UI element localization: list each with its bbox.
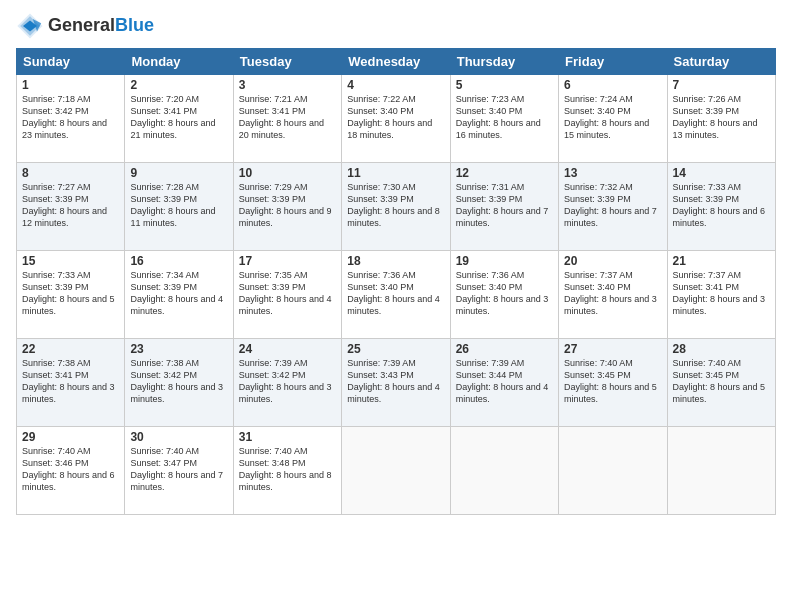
header: GeneralBlue [16, 12, 776, 40]
cell-details: Sunrise: 7:39 AMSunset: 3:44 PMDaylight:… [456, 357, 553, 406]
day-number: 23 [130, 342, 227, 356]
cell-details: Sunrise: 7:33 AMSunset: 3:39 PMDaylight:… [22, 269, 119, 318]
day-number: 25 [347, 342, 444, 356]
cell-details: Sunrise: 7:33 AMSunset: 3:39 PMDaylight:… [673, 181, 770, 230]
day-number: 7 [673, 78, 770, 92]
calendar-week-row: 15 Sunrise: 7:33 AMSunset: 3:39 PMDaylig… [17, 251, 776, 339]
calendar-cell [450, 427, 558, 515]
calendar-cell: 17 Sunrise: 7:35 AMSunset: 3:39 PMDaylig… [233, 251, 341, 339]
cell-details: Sunrise: 7:27 AMSunset: 3:39 PMDaylight:… [22, 181, 119, 230]
calendar-cell: 16 Sunrise: 7:34 AMSunset: 3:39 PMDaylig… [125, 251, 233, 339]
calendar-week-row: 8 Sunrise: 7:27 AMSunset: 3:39 PMDayligh… [17, 163, 776, 251]
calendar-cell: 13 Sunrise: 7:32 AMSunset: 3:39 PMDaylig… [559, 163, 667, 251]
weekday-header: Sunday [17, 49, 125, 75]
day-number: 9 [130, 166, 227, 180]
calendar-cell: 15 Sunrise: 7:33 AMSunset: 3:39 PMDaylig… [17, 251, 125, 339]
weekday-header: Monday [125, 49, 233, 75]
day-number: 10 [239, 166, 336, 180]
calendar-cell: 28 Sunrise: 7:40 AMSunset: 3:45 PMDaylig… [667, 339, 775, 427]
day-number: 24 [239, 342, 336, 356]
calendar-week-row: 1 Sunrise: 7:18 AMSunset: 3:42 PMDayligh… [17, 75, 776, 163]
weekday-header: Wednesday [342, 49, 450, 75]
calendar-cell: 1 Sunrise: 7:18 AMSunset: 3:42 PMDayligh… [17, 75, 125, 163]
calendar-cell: 25 Sunrise: 7:39 AMSunset: 3:43 PMDaylig… [342, 339, 450, 427]
logo: GeneralBlue [16, 12, 154, 40]
cell-details: Sunrise: 7:38 AMSunset: 3:41 PMDaylight:… [22, 357, 119, 406]
day-number: 29 [22, 430, 119, 444]
cell-details: Sunrise: 7:36 AMSunset: 3:40 PMDaylight:… [347, 269, 444, 318]
cell-details: Sunrise: 7:34 AMSunset: 3:39 PMDaylight:… [130, 269, 227, 318]
day-number: 6 [564, 78, 661, 92]
calendar-cell: 7 Sunrise: 7:26 AMSunset: 3:39 PMDayligh… [667, 75, 775, 163]
weekday-header: Tuesday [233, 49, 341, 75]
cell-details: Sunrise: 7:23 AMSunset: 3:40 PMDaylight:… [456, 93, 553, 142]
day-number: 11 [347, 166, 444, 180]
day-number: 14 [673, 166, 770, 180]
day-number: 19 [456, 254, 553, 268]
day-number: 3 [239, 78, 336, 92]
day-number: 26 [456, 342, 553, 356]
calendar-cell: 18 Sunrise: 7:36 AMSunset: 3:40 PMDaylig… [342, 251, 450, 339]
cell-details: Sunrise: 7:37 AMSunset: 3:40 PMDaylight:… [564, 269, 661, 318]
weekday-header: Saturday [667, 49, 775, 75]
calendar-cell: 6 Sunrise: 7:24 AMSunset: 3:40 PMDayligh… [559, 75, 667, 163]
calendar-cell: 24 Sunrise: 7:39 AMSunset: 3:42 PMDaylig… [233, 339, 341, 427]
day-number: 20 [564, 254, 661, 268]
cell-details: Sunrise: 7:26 AMSunset: 3:39 PMDaylight:… [673, 93, 770, 142]
day-number: 17 [239, 254, 336, 268]
cell-details: Sunrise: 7:22 AMSunset: 3:40 PMDaylight:… [347, 93, 444, 142]
calendar-cell: 10 Sunrise: 7:29 AMSunset: 3:39 PMDaylig… [233, 163, 341, 251]
calendar-cell: 9 Sunrise: 7:28 AMSunset: 3:39 PMDayligh… [125, 163, 233, 251]
day-number: 18 [347, 254, 444, 268]
cell-details: Sunrise: 7:24 AMSunset: 3:40 PMDaylight:… [564, 93, 661, 142]
calendar-cell: 29 Sunrise: 7:40 AMSunset: 3:46 PMDaylig… [17, 427, 125, 515]
day-number: 28 [673, 342, 770, 356]
day-number: 21 [673, 254, 770, 268]
calendar-cell: 11 Sunrise: 7:30 AMSunset: 3:39 PMDaylig… [342, 163, 450, 251]
cell-details: Sunrise: 7:36 AMSunset: 3:40 PMDaylight:… [456, 269, 553, 318]
page: GeneralBlue SundayMondayTuesdayWednesday… [0, 0, 792, 612]
day-number: 2 [130, 78, 227, 92]
calendar-cell: 3 Sunrise: 7:21 AMSunset: 3:41 PMDayligh… [233, 75, 341, 163]
cell-details: Sunrise: 7:21 AMSunset: 3:41 PMDaylight:… [239, 93, 336, 142]
day-number: 27 [564, 342, 661, 356]
cell-details: Sunrise: 7:18 AMSunset: 3:42 PMDaylight:… [22, 93, 119, 142]
cell-details: Sunrise: 7:40 AMSunset: 3:45 PMDaylight:… [564, 357, 661, 406]
calendar-week-row: 22 Sunrise: 7:38 AMSunset: 3:41 PMDaylig… [17, 339, 776, 427]
cell-details: Sunrise: 7:35 AMSunset: 3:39 PMDaylight:… [239, 269, 336, 318]
calendar-week-row: 29 Sunrise: 7:40 AMSunset: 3:46 PMDaylig… [17, 427, 776, 515]
calendar-cell: 31 Sunrise: 7:40 AMSunset: 3:48 PMDaylig… [233, 427, 341, 515]
day-number: 15 [22, 254, 119, 268]
weekday-header: Thursday [450, 49, 558, 75]
cell-details: Sunrise: 7:40 AMSunset: 3:48 PMDaylight:… [239, 445, 336, 494]
calendar-cell: 26 Sunrise: 7:39 AMSunset: 3:44 PMDaylig… [450, 339, 558, 427]
calendar-cell: 27 Sunrise: 7:40 AMSunset: 3:45 PMDaylig… [559, 339, 667, 427]
calendar-cell: 30 Sunrise: 7:40 AMSunset: 3:47 PMDaylig… [125, 427, 233, 515]
cell-details: Sunrise: 7:32 AMSunset: 3:39 PMDaylight:… [564, 181, 661, 230]
calendar-cell: 8 Sunrise: 7:27 AMSunset: 3:39 PMDayligh… [17, 163, 125, 251]
calendar-cell: 19 Sunrise: 7:36 AMSunset: 3:40 PMDaylig… [450, 251, 558, 339]
calendar-cell: 20 Sunrise: 7:37 AMSunset: 3:40 PMDaylig… [559, 251, 667, 339]
cell-details: Sunrise: 7:31 AMSunset: 3:39 PMDaylight:… [456, 181, 553, 230]
day-number: 22 [22, 342, 119, 356]
calendar-cell: 5 Sunrise: 7:23 AMSunset: 3:40 PMDayligh… [450, 75, 558, 163]
day-number: 30 [130, 430, 227, 444]
calendar-cell: 12 Sunrise: 7:31 AMSunset: 3:39 PMDaylig… [450, 163, 558, 251]
calendar-cell: 22 Sunrise: 7:38 AMSunset: 3:41 PMDaylig… [17, 339, 125, 427]
calendar-table: SundayMondayTuesdayWednesdayThursdayFrid… [16, 48, 776, 515]
cell-details: Sunrise: 7:38 AMSunset: 3:42 PMDaylight:… [130, 357, 227, 406]
day-number: 4 [347, 78, 444, 92]
day-number: 1 [22, 78, 119, 92]
calendar-cell: 23 Sunrise: 7:38 AMSunset: 3:42 PMDaylig… [125, 339, 233, 427]
cell-details: Sunrise: 7:39 AMSunset: 3:42 PMDaylight:… [239, 357, 336, 406]
day-number: 16 [130, 254, 227, 268]
logo-text: GeneralBlue [48, 16, 154, 36]
calendar-cell [559, 427, 667, 515]
cell-details: Sunrise: 7:40 AMSunset: 3:46 PMDaylight:… [22, 445, 119, 494]
cell-details: Sunrise: 7:40 AMSunset: 3:45 PMDaylight:… [673, 357, 770, 406]
calendar-body: 1 Sunrise: 7:18 AMSunset: 3:42 PMDayligh… [17, 75, 776, 515]
day-number: 12 [456, 166, 553, 180]
cell-details: Sunrise: 7:37 AMSunset: 3:41 PMDaylight:… [673, 269, 770, 318]
calendar-cell: 14 Sunrise: 7:33 AMSunset: 3:39 PMDaylig… [667, 163, 775, 251]
cell-details: Sunrise: 7:39 AMSunset: 3:43 PMDaylight:… [347, 357, 444, 406]
